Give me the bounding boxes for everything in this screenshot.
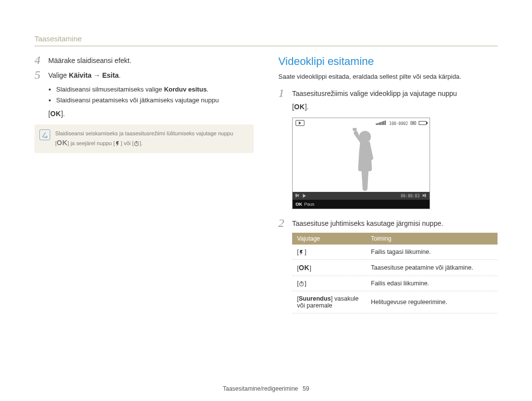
table-header: Toiming xyxy=(366,233,498,245)
table-row: [] Failis edasi liikumine. xyxy=(292,276,498,291)
step-5: 5 Valige Käivita → Esita. xyxy=(34,70,254,81)
timecode: 00:00:03 xyxy=(400,194,420,198)
two-column-layout: 4 Määrake slaidiseansi efekt. 5 Valige K… xyxy=(34,55,498,313)
svg-rect-4 xyxy=(380,122,381,125)
battery-icon xyxy=(419,121,427,125)
video-topbar: 100-0002 xyxy=(296,120,427,126)
video-player-figure: 100-0002 xyxy=(292,118,430,209)
ok-icon: OK xyxy=(294,103,305,111)
footer-text: Taasesitamine/redigeerimine xyxy=(223,385,298,392)
action-cell: Taasesituse peatamine või jätkamine. xyxy=(366,260,498,276)
controls-table: Vajutage Toiming [] Failis tagasi liikum… xyxy=(292,233,498,313)
page-number: 59 xyxy=(302,385,309,392)
divider xyxy=(34,46,498,46)
svg-rect-2 xyxy=(377,123,378,125)
step-text: Taasesitusrežiimis valige videoklipp ja … xyxy=(292,88,457,99)
rewind-icon xyxy=(296,194,299,198)
step-number: 4 xyxy=(34,54,48,66)
svg-rect-7 xyxy=(385,121,386,125)
table-row: [] Failis tagasi liikumine. xyxy=(292,245,498,260)
svg-rect-9 xyxy=(412,123,415,123)
play-mode-icon xyxy=(296,120,304,126)
flash-icon xyxy=(115,141,121,147)
left-column: 4 Määrake slaidiseansi efekt. 5 Valige K… xyxy=(34,55,254,313)
action-cell: Failis edasi liikumine. xyxy=(366,276,498,291)
ok-button-line: [OK]. xyxy=(34,110,254,118)
step-2: 2 Taasesituse juhtimiseks kasutage järgm… xyxy=(278,218,498,229)
ok-button-line: [OK]. xyxy=(278,103,498,111)
video-controls: 00:00:03 xyxy=(293,192,430,200)
intro-text: Saate videoklippi esitada, eraldada sell… xyxy=(278,73,498,80)
step-1: 1 Taasesitusrežiimis valige videoklipp j… xyxy=(278,88,498,99)
timer-icon xyxy=(133,141,139,147)
signal-icon xyxy=(376,120,387,126)
action-cell: Failis tagasi liikumine. xyxy=(366,245,498,260)
note-box: Slaidiseansi seiskamiseks ja taasesitusr… xyxy=(34,124,254,153)
paus-label: Paus xyxy=(304,202,315,207)
svg-rect-11 xyxy=(353,128,357,131)
forward-icon xyxy=(423,194,427,198)
ok-icon: OK xyxy=(299,264,309,272)
step-number: 5 xyxy=(34,69,48,81)
table-row: [OK] Taasesituse peatamine või jätkamine… xyxy=(292,260,498,276)
manual-page: Taasesitamine 4 Määrake slaidiseansi efe… xyxy=(34,34,498,381)
section-title: Taasesitamine xyxy=(34,34,498,43)
table-header: Vajutage xyxy=(292,233,366,245)
svg-rect-5 xyxy=(382,122,383,125)
svg-rect-3 xyxy=(379,123,380,125)
person-silhouette xyxy=(345,127,385,192)
step-text: Taasesituse juhtimiseks kasutage järgmis… xyxy=(292,218,443,229)
page-footer: Taasesitamine/redigeerimine 59 xyxy=(0,385,532,392)
flash-icon xyxy=(299,249,304,255)
card-icon xyxy=(410,121,416,125)
file-counter: 100-0002 xyxy=(389,122,408,126)
bullet-list: Slaidiseansi silmusesitamiseks valige Ko… xyxy=(34,85,254,105)
bullet-item: Slaidiseansi peatamiseks või jätkamiseks… xyxy=(56,95,254,105)
video-statusbar: OK Paus xyxy=(293,200,430,209)
svg-rect-1 xyxy=(376,123,377,125)
ok-label: OK xyxy=(296,202,302,207)
right-column: Videoklipi esitamine Saate videoklippi e… xyxy=(278,55,498,313)
key-cell: [OK] xyxy=(292,260,366,276)
video-meta: 100-0002 xyxy=(376,120,427,126)
step-text: Valige Käivita → Esita. xyxy=(48,70,121,81)
step-number: 2 xyxy=(278,217,292,229)
note-icon xyxy=(39,129,50,140)
subsection-heading: Videoklipi esitamine xyxy=(278,55,498,68)
key-cell: [] xyxy=(292,245,366,260)
video-screen: 100-0002 xyxy=(293,118,430,192)
timer-icon xyxy=(299,281,304,287)
ok-icon: OK xyxy=(57,139,67,147)
key-cell: [Suurendus] vasakule või paremale xyxy=(292,291,366,313)
svg-rect-6 xyxy=(383,121,384,125)
step-number: 1 xyxy=(278,87,292,99)
bullet-item: Slaidiseansi silmusesitamiseks valige Ko… xyxy=(56,85,254,94)
key-cell: [] xyxy=(292,276,366,291)
table-row: [Suurendus] vasakule või paremale Helitu… xyxy=(292,291,498,313)
action-cell: Helitugevuse reguleerimine. xyxy=(366,291,498,313)
ok-icon: OK xyxy=(50,110,61,118)
play-icon xyxy=(302,194,306,198)
step-4: 4 Määrake slaidiseansi efekt. xyxy=(34,55,254,66)
step-text: Määrake slaidiseansi efekt. xyxy=(48,55,132,66)
